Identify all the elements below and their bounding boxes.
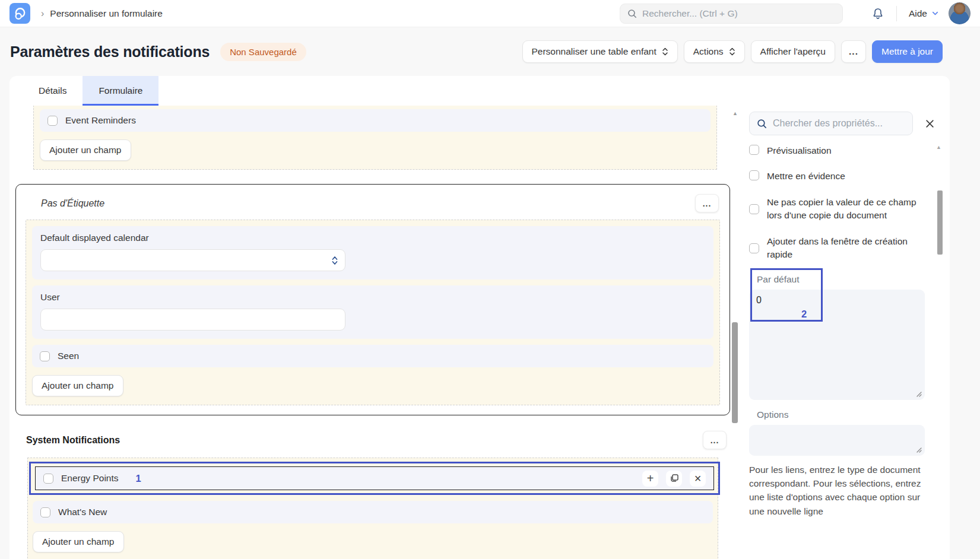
tab-details-label: Détails (39, 85, 66, 96)
property-label: Prévisualisation (767, 144, 832, 157)
add-field-button[interactable]: Ajouter un champ (40, 139, 131, 161)
no-copy-checkbox[interactable] (749, 204, 759, 214)
property-preview[interactable]: Prévisualisation (749, 144, 925, 157)
energy-points-checkbox[interactable] (43, 474, 53, 484)
app-logo[interactable] (9, 3, 30, 24)
form-scrollbar[interactable]: ▲ (730, 106, 741, 559)
tab-bar: Détails Formulaire (9, 76, 950, 106)
properties-search[interactable] (749, 112, 913, 135)
breadcrumb-label[interactable]: Personnaliser un formulaire (50, 8, 163, 19)
seen-label: Seen (58, 351, 79, 361)
form-section-system: Energy Points 1 + (27, 458, 718, 559)
calendar-field-label: Default displayed calendar (40, 233, 705, 243)
add-field-inline-button[interactable]: + (642, 471, 658, 487)
select-updown-icon (662, 47, 668, 56)
help-menu-button[interactable]: Aide (909, 8, 939, 19)
property-label: Mettre en évidence (767, 170, 845, 183)
section-title-system-notifications: System Notifications (26, 435, 120, 446)
properties-list: ▲ Prévisualisation Mettre en évidence Ne… (749, 144, 941, 518)
update-button[interactable]: Mettre à jour (872, 40, 943, 63)
property-label: Ne pas copier la valeur de ce champ lors… (767, 196, 925, 223)
scroll-up-arrow-icon[interactable]: ▲ (936, 144, 941, 150)
show-preview-button[interactable]: Afficher l'aperçu (751, 40, 835, 63)
ellipsis-icon: ... (711, 436, 719, 445)
section-field-area: Default displayed calendar User (26, 220, 720, 405)
unsaved-status-badge: Non Sauvegardé (220, 43, 306, 61)
annotation-box-1: Energy Points 1 + (29, 462, 720, 495)
annotation-marker-1: 1 (136, 473, 141, 484)
whats-new-label: What's New (58, 507, 107, 517)
whats-new-checkbox[interactable] (40, 507, 50, 517)
notifications-bell-button[interactable] (871, 7, 884, 20)
page-header: Paramètres des notifications Non Sauvega… (0, 27, 980, 76)
event-reminders-label: Event Reminders (65, 115, 136, 126)
add-field-button[interactable]: Ajouter un champ (32, 375, 123, 396)
more-menu-button[interactable]: ... (841, 40, 866, 63)
tab-form[interactable]: Formulaire (83, 76, 158, 106)
calendar-select[interactable] (40, 249, 345, 271)
customize-child-table-label: Personnaliser une table enfant (532, 46, 656, 57)
energy-points-label: Energy Points (61, 473, 119, 484)
navbar-divider (896, 6, 897, 21)
resize-handle-icon[interactable] (915, 390, 922, 397)
bell-icon (871, 7, 884, 20)
event-reminders-checkbox[interactable] (47, 116, 58, 126)
tab-details[interactable]: Détails (23, 76, 83, 106)
property-quick-entry[interactable]: Ajouter dans la fenêtre de création rapi… (749, 235, 925, 262)
property-no-copy[interactable]: Ne pas copier la valeur de ce champ lors… (749, 196, 925, 223)
chevron-down-icon (931, 9, 939, 17)
user-avatar[interactable] (949, 2, 971, 24)
field-row-whats-new[interactable]: What's New (33, 501, 713, 523)
close-icon: × (694, 472, 702, 484)
properties-search-input[interactable] (773, 118, 905, 129)
preview-checkbox[interactable] (749, 145, 759, 155)
global-search-input[interactable] (642, 8, 835, 19)
select-updown-icon (331, 255, 338, 269)
field-row-event-reminders[interactable]: Event Reminders (40, 109, 711, 132)
annotation-marker-2: 2 (801, 309, 807, 320)
help-label: Aide (909, 8, 927, 19)
properties-sidebar: ▲ Prévisualisation Mettre en évidence Ne… (741, 106, 950, 559)
search-icon (627, 9, 637, 18)
section-title-no-label: Pas d'Étiquette (41, 198, 104, 209)
close-icon (925, 119, 935, 129)
quick-entry-checkbox[interactable] (749, 243, 759, 253)
property-bold[interactable]: Mettre en évidence (749, 170, 925, 183)
global-search[interactable] (620, 4, 843, 24)
property-label: Ajouter dans la fenêtre de création rapi… (767, 235, 925, 262)
field-row-seen[interactable]: Seen (32, 345, 713, 367)
duplicate-icon (670, 474, 679, 483)
duplicate-field-button[interactable] (666, 471, 682, 487)
breadcrumb-chevron-icon: › (41, 8, 44, 19)
field-block-calendar[interactable]: Default displayed calendar (32, 226, 713, 280)
breadcrumb[interactable]: › Personnaliser un formulaire (41, 8, 163, 19)
section-more-button[interactable]: ... (703, 431, 727, 449)
customize-child-table-select[interactable]: Personnaliser une table enfant (522, 40, 678, 63)
user-field-label: User (40, 292, 705, 303)
scroll-up-arrow-icon[interactable]: ▲ (732, 110, 738, 116)
form-section-no-label: Pas d'Étiquette ... Default displayed ca… (15, 184, 730, 415)
customize-form-card: Détails Formulaire Event Reminders Ajout… (9, 76, 950, 559)
close-sidebar-button[interactable] (918, 112, 941, 135)
app-logo-icon (13, 7, 27, 21)
remove-field-button[interactable]: × (690, 471, 706, 487)
field-block-user[interactable]: User (32, 285, 713, 339)
form-scrollbar-thumb[interactable] (732, 322, 738, 423)
section-more-button[interactable]: ... (695, 194, 719, 212)
plus-icon: + (647, 472, 654, 484)
options-label: Options (757, 409, 925, 420)
sidebar-scrollbar-thumb[interactable] (937, 190, 943, 255)
resize-handle-icon[interactable] (915, 446, 922, 453)
update-label: Mettre à jour (881, 46, 933, 57)
ellipsis-icon: ... (849, 46, 858, 57)
user-input[interactable] (40, 309, 345, 331)
default-value-textarea[interactable]: 0 (749, 290, 925, 400)
options-textarea[interactable] (749, 425, 925, 456)
actions-select[interactable]: Actions (684, 40, 745, 63)
field-row-energy-points[interactable]: Energy Points 1 + (35, 466, 714, 490)
page-title: Paramètres des notifications (10, 43, 210, 61)
form-builder-area: Event Reminders Ajouter un champ Pas d'É… (9, 106, 730, 559)
add-field-button[interactable]: Ajouter un champ (33, 531, 124, 552)
seen-checkbox[interactable] (40, 351, 50, 361)
bold-checkbox[interactable] (749, 170, 759, 180)
